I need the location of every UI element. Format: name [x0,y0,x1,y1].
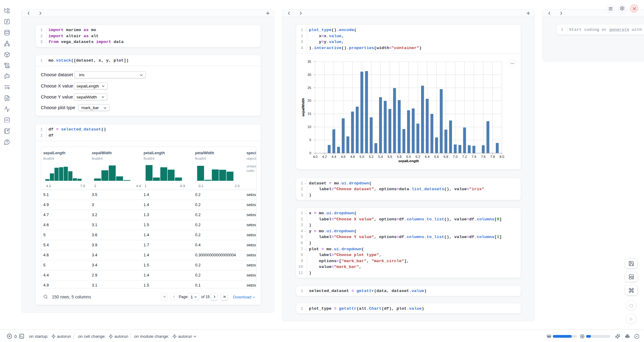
svg-text:sepalWidth: sepalWidth [301,98,305,116]
svg-text:8.0: 8.0 [499,155,504,159]
svg-text:25: 25 [307,86,311,89]
svg-text:35: 35 [307,60,311,63]
svg-text:20: 20 [307,99,311,102]
svg-text:5: 5 [309,138,311,142]
svg-text:6.8: 6.8 [444,155,448,159]
svg-text:15: 15 [307,112,311,116]
svg-text:sepalLength: sepalLength [398,159,419,163]
svg-text:7.4: 7.4 [471,155,476,159]
svg-text:7.2: 7.2 [462,155,467,159]
svg-text:4.0: 4.0 [313,155,317,159]
svg-text:5.2: 5.2 [369,155,374,159]
svg-text:7.6: 7.6 [481,155,485,159]
svg-text:7.8: 7.8 [490,155,495,159]
svg-text:5.8: 5.8 [397,155,402,159]
svg-text:0: 0 [309,151,311,155]
svg-text:10: 10 [307,125,311,129]
svg-text:6.2: 6.2 [416,155,420,159]
svg-text:6.0: 6.0 [406,155,411,159]
svg-text:4.8: 4.8 [350,155,355,159]
svg-text:5.0: 5.0 [360,155,364,159]
svg-text:4.2: 4.2 [322,155,327,159]
svg-text:30: 30 [307,73,311,77]
svg-text:5.6: 5.6 [388,155,392,159]
svg-text:6.4: 6.4 [425,155,429,159]
svg-text:4.6: 4.6 [341,155,345,159]
svg-text:5.4: 5.4 [378,155,383,159]
svg-text:7.0: 7.0 [453,155,457,159]
svg-text:4.4: 4.4 [331,155,336,159]
svg-text:6.6: 6.6 [434,155,439,159]
